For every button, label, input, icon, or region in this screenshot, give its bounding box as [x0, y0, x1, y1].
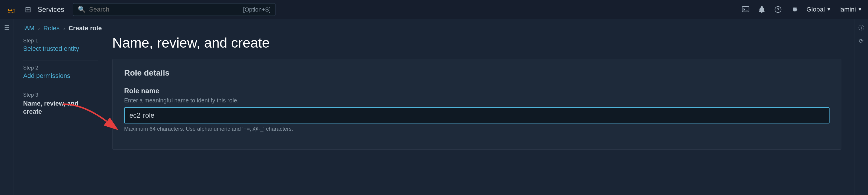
role-name-note: Maximum 64 characters. Use alphanumeric … [124, 126, 830, 132]
step-2-link[interactable]: Add permissions [23, 72, 98, 80]
step-1-divider [23, 61, 98, 61]
services-button[interactable]: Services [35, 5, 67, 13]
step-1: Step 1 Select trusted entity [23, 38, 98, 52]
cloudshell-icon[interactable] [742, 5, 750, 13]
breadcrumb-current: Create role [69, 25, 102, 32]
nav-icons: ? Global ▼ lamini ▼ [742, 5, 862, 13]
content-wrapper: ☰ IAM › Roles › Create role Step 1 Selec… [0, 19, 868, 195]
svg-text:?: ? [777, 7, 779, 12]
right-nav-strip: ⓘ ⟳ [854, 19, 868, 195]
role-name-field: Role name Enter a meaningful name to ide… [124, 87, 830, 132]
step-3-current: Name, review, and create [23, 100, 79, 115]
step-3-label: Step 3 [23, 92, 98, 98]
notifications-icon[interactable] [758, 5, 766, 13]
info-icon[interactable]: ⓘ [859, 24, 864, 32]
step-1-label: Step 1 [23, 38, 98, 44]
search-bar: 🔍 [Option+S] [73, 3, 275, 16]
search-input[interactable] [89, 6, 240, 13]
user-menu[interactable]: lamini ▼ [839, 6, 862, 13]
breadcrumb-iam[interactable]: IAM [23, 25, 34, 32]
aws-logo[interactable] [6, 5, 20, 14]
card-title: Role details [124, 68, 830, 78]
step-3: Step 3 Name, review, and create [23, 92, 98, 115]
user-chevron-icon: ▼ [858, 7, 862, 12]
breadcrumb: IAM › Roles › Create role [14, 19, 868, 35]
region-chevron-icon: ▼ [827, 7, 831, 12]
role-details-card: Role details Role name Enter a meaningfu… [112, 59, 841, 150]
page-title: Name, review, and create [112, 35, 841, 51]
left-nav-strip: ☰ [0, 19, 14, 195]
step-2: Step 2 Add permissions [23, 65, 98, 80]
top-nav: ⊞ Services 🔍 [Option+S] ? [0, 0, 868, 19]
steps-and-content: Step 1 Select trusted entity Step 2 Add … [14, 35, 868, 150]
role-name-label: Role name [124, 87, 830, 95]
role-name-hint: Enter a meaningful name to identify this… [124, 97, 830, 104]
hamburger-icon[interactable]: ☰ [4, 24, 10, 32]
step-1-link[interactable]: Select trusted entity [23, 45, 98, 52]
history-icon[interactable]: ⟳ [859, 38, 864, 44]
role-name-input[interactable] [124, 107, 830, 123]
breadcrumb-roles[interactable]: Roles [43, 25, 60, 32]
step-2-divider [23, 88, 98, 88]
grid-icon[interactable]: ⊞ [25, 5, 31, 14]
steps-panel: Step 1 Select trusted entity Step 2 Add … [23, 35, 98, 150]
help-icon[interactable]: ? [774, 5, 782, 13]
content-panel: Name, review, and create Role details Ro… [112, 35, 859, 150]
search-shortcut: [Option+S] [243, 6, 271, 13]
settings-icon[interactable] [790, 5, 798, 13]
main-content: IAM › Roles › Create role Step 1 Select … [14, 19, 868, 195]
region-selector[interactable]: Global ▼ [806, 6, 831, 13]
search-icon: 🔍 [78, 6, 86, 13]
step-2-label: Step 2 [23, 65, 98, 71]
breadcrumb-sep-2: › [63, 25, 65, 32]
breadcrumb-sep-1: › [38, 25, 40, 32]
